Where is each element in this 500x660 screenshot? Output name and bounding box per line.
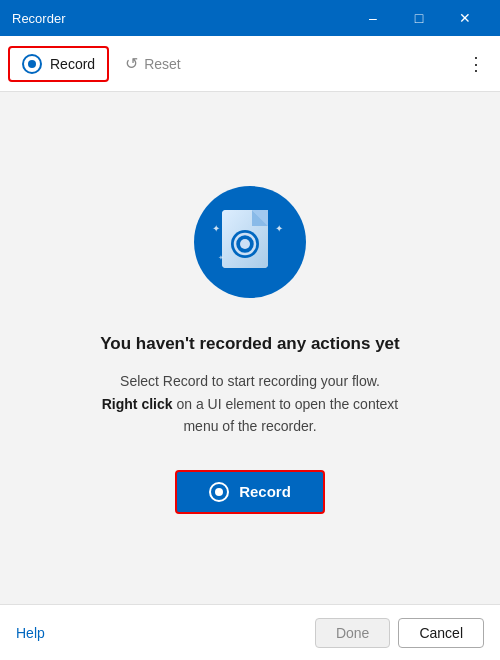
done-button[interactable]: Done xyxy=(315,618,390,648)
main-record-dot-icon xyxy=(215,488,223,496)
toolbar-record-button[interactable]: Record xyxy=(8,46,109,82)
footer: Help Done Cancel xyxy=(0,604,500,660)
record-circle-icon xyxy=(22,54,42,74)
illustration: ✦ ✦ ✦ xyxy=(190,182,310,302)
main-record-circle-icon xyxy=(209,482,229,502)
description-part2: on a UI element to open the context menu… xyxy=(173,396,399,434)
record-dot-icon xyxy=(28,60,36,68)
toolbar-more-button[interactable]: ⋮ xyxy=(460,48,492,80)
toolbar-reset-label: Reset xyxy=(144,56,181,72)
main-description: Select Record to start recording your fl… xyxy=(100,370,400,437)
toolbar-record-label: Record xyxy=(50,56,95,72)
main-content: ✦ ✦ ✦ You haven't recorded any actions y… xyxy=(0,92,500,604)
maximize-button[interactable]: □ xyxy=(396,0,442,36)
help-link[interactable]: Help xyxy=(16,625,45,641)
reset-icon: ↺ xyxy=(125,54,138,73)
main-heading: You haven't recorded any actions yet xyxy=(100,334,399,354)
description-bold: Right click xyxy=(102,396,173,412)
close-button[interactable]: ✕ xyxy=(442,0,488,36)
toolbar-reset-button[interactable]: ↺ Reset xyxy=(113,48,193,79)
svg-text:✦: ✦ xyxy=(218,254,224,261)
window-controls: – □ ✕ xyxy=(350,0,488,36)
main-record-label: Record xyxy=(239,483,291,500)
title-bar: Recorder – □ ✕ xyxy=(0,0,500,36)
cancel-button[interactable]: Cancel xyxy=(398,618,484,648)
main-record-button[interactable]: Record xyxy=(175,470,325,514)
minimize-button[interactable]: – xyxy=(350,0,396,36)
description-part1: Select Record to start recording your fl… xyxy=(120,373,380,389)
svg-point-7 xyxy=(240,239,250,249)
toolbar: Record ↺ Reset ⋮ xyxy=(0,36,500,92)
svg-text:✦: ✦ xyxy=(212,223,220,234)
app-title: Recorder xyxy=(12,11,350,26)
svg-text:✦: ✦ xyxy=(275,223,283,234)
